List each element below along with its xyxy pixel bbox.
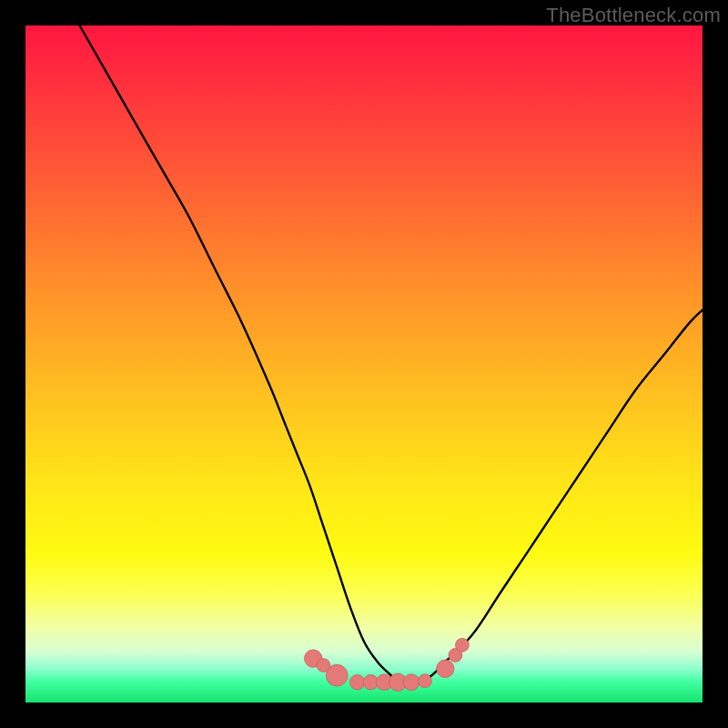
curve-marker (403, 674, 420, 691)
curve-marker (326, 664, 348, 686)
bottleneck-curve (80, 25, 703, 682)
plot-area (25, 25, 703, 703)
curve-svg (25, 25, 703, 703)
curve-marker (349, 675, 364, 690)
curve-marker (437, 660, 454, 677)
curve-marker (456, 638, 470, 652)
chart-frame: TheBottleneck.com (0, 0, 728, 728)
watermark-text: TheBottleneck.com (546, 4, 721, 27)
curve-markers (305, 638, 470, 691)
curve-marker (419, 674, 432, 688)
